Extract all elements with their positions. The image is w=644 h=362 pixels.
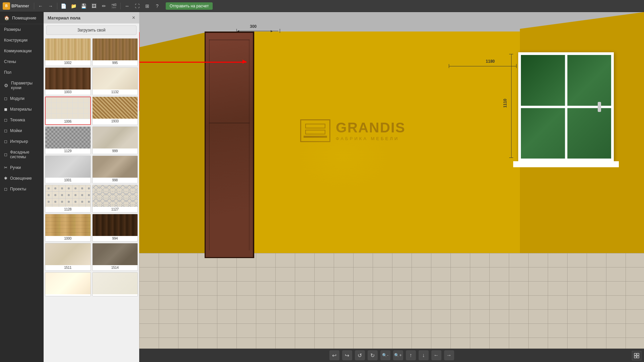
svg-rect-0 [634, 353, 636, 355]
door-panel-line-left [209, 40, 210, 250]
sidebar-item-moduli[interactable]: ◻ Модули [0, 93, 44, 104]
sidebar-item-tehnika[interactable]: ◻ Техника [0, 115, 44, 125]
sidebar-item-pol[interactable]: Пол [0, 67, 44, 78]
material-item-998[interactable]: 998 [92, 156, 138, 183]
window-glass [521, 55, 611, 159]
edit-button[interactable]: ✏ [100, 2, 108, 10]
window-handle [598, 102, 601, 112]
sidebar-item-fasady[interactable]: ◻ Фасадные системы [0, 147, 44, 162]
nav-down[interactable]: ↓ [419, 350, 429, 360]
material-item-1003[interactable]: 1003 [45, 67, 91, 95]
materials-header: Материал пола × [44, 12, 139, 23]
open-file-button[interactable]: 📁 [69, 2, 78, 10]
nav-rotate-cw[interactable]: ↻ [368, 350, 378, 360]
material-item-1132[interactable]: 1132 [92, 67, 138, 95]
tehnika-icon: ◻ [4, 118, 7, 122]
sidebar-item-ruchki[interactable]: ✂ Ручки [0, 162, 44, 173]
nav-up[interactable]: ↑ [406, 350, 416, 360]
nav-orbit-left[interactable]: ↩ [329, 350, 339, 360]
viewport[interactable]: GRANDIS ФАБРИКА МЕБЕЛИ 300 ◄ ► [139, 12, 644, 362]
door-panel-line-2 [209, 123, 250, 123]
grandis-brand-name: GRANDIS [336, 121, 406, 135]
material-label-994: 994 [93, 236, 138, 241]
app-logo: B BPlanner [3, 2, 29, 10]
send-calc-button[interactable]: Отправить на расчет [166, 2, 213, 10]
sidebar-item-razmery[interactable]: Размеры [0, 24, 44, 35]
nav-pan-left[interactable]: ← [431, 350, 441, 360]
material-thumb-1000 [45, 214, 91, 236]
redo-button[interactable]: → [46, 2, 55, 10]
material-label-1933: 1933 [93, 119, 138, 124]
material-label-1128: 1128 [45, 207, 91, 212]
new-file-button[interactable]: 📄 [59, 2, 68, 10]
material-item-t2[interactable] [92, 272, 138, 296]
material-thumb-1006 [46, 97, 90, 119]
nav-zoom-in[interactable]: 🔍+ [393, 350, 403, 360]
nav-orbit-right[interactable]: ↪ [342, 350, 352, 360]
sidebar-item-params[interactable]: ⚙ Параметры кухни [0, 78, 44, 93]
material-item-1006[interactable]: 1006 [45, 97, 91, 125]
sidebar-item-osveshenie[interactable]: ✱ Освещение [0, 173, 44, 184]
dim-right-right-tick [516, 64, 517, 68]
material-item-1129[interactable]: 1129 [45, 126, 91, 154]
nav-zoom-out[interactable]: 🔍- [380, 350, 390, 360]
modules-icon: ◻ [4, 96, 7, 101]
material-item-1000[interactable]: 1000 [45, 214, 91, 242]
help-button[interactable]: ? [153, 2, 162, 10]
grandis-logo-rect1 [305, 124, 325, 128]
materials-grid: 1002 995 1003 1132 1006 1933 [44, 37, 139, 362]
material-label-1129: 1129 [45, 148, 91, 154]
material-item-995[interactable]: 995 [92, 38, 138, 66]
osveshenie-icon: ✱ [4, 176, 7, 181]
sidebar-item-materialy[interactable]: ◼ Материалы [0, 104, 44, 115]
svg-rect-3 [637, 356, 639, 358]
ruchki-icon: ✂ [4, 165, 7, 170]
material-thumb-1511 [45, 243, 91, 265]
materials-close-button[interactable]: × [132, 15, 135, 21]
upload-material-button[interactable]: Загрузить свой [46, 25, 137, 35]
material-item-1128[interactable]: 1128 [45, 185, 91, 213]
material-item-1127[interactable]: 1127 [92, 185, 138, 213]
sidebar-params-label: Параметры кухни [11, 81, 40, 90]
material-item-999[interactable]: 999 [92, 126, 138, 154]
material-item-994[interactable]: 994 [92, 214, 138, 242]
dim-wh-line [511, 54, 512, 158]
material-item-1933[interactable]: 1933 [92, 97, 138, 125]
move-button[interactable]: ↔ [123, 2, 131, 10]
material-item-1514[interactable]: 1514 [92, 243, 138, 271]
sidebar-item-mojki[interactable]: ◻ Мойки [0, 125, 44, 136]
material-thumb-1003 [45, 68, 91, 89]
material-thumb-1129 [45, 127, 91, 148]
material-item-1001[interactable]: 1001 [45, 156, 91, 183]
sidebar-item-konstrukcii[interactable]: Конструкции [0, 35, 44, 46]
sidebar-ruchki-label: Ручки [10, 165, 21, 170]
video-button[interactable]: 🎬 [110, 2, 118, 10]
sidebar-item-proekty[interactable]: ◻ Проекты [0, 184, 44, 194]
material-item-t1[interactable] [45, 272, 91, 296]
image-button[interactable]: 🖼 [90, 2, 98, 10]
material-label-1002: 1002 [45, 60, 91, 66]
toolbar-sep-1 [34, 3, 34, 9]
material-item-1511[interactable]: 1511 [45, 243, 91, 271]
sidebar-item-interer[interactable]: ◻ Интерьер [0, 136, 44, 147]
viewport-nav-bar: ↩ ↪ ↺ ↻ 🔍- 🔍+ ↑ ↓ ← → [139, 349, 644, 362]
nav-rotate-ccw[interactable]: ↺ [355, 350, 365, 360]
grid-button[interactable]: ⛶ [133, 2, 142, 10]
material-thumb-994 [93, 214, 138, 236]
undo-button[interactable]: ← [36, 2, 45, 10]
material-item-1002[interactable]: 1002 [45, 38, 91, 66]
sidebar-item-kommunikacii[interactable]: Коммуникации [0, 46, 44, 56]
grid-view-button[interactable] [632, 351, 641, 360]
proekty-icon: ◻ [4, 187, 7, 191]
sidebar-pomeshenie-label: Помещение [12, 15, 36, 20]
save-button[interactable]: 💾 [79, 2, 88, 10]
toolbar-sep-2 [57, 3, 57, 9]
nav-pan-right[interactable]: → [444, 350, 454, 360]
sidebar-item-steny[interactable]: Стены [0, 56, 44, 67]
material-thumb-1001 [45, 156, 91, 178]
sidebar-kommunikacii-label: Коммуникации [4, 49, 32, 53]
material-thumb-998 [93, 156, 138, 178]
sidebar-fasady-label: Фасадные системы [10, 150, 40, 159]
sidebar-item-pomeshenie[interactable]: 🏠 Помещение [0, 12, 44, 24]
layout-button[interactable]: ⊞ [143, 2, 152, 10]
